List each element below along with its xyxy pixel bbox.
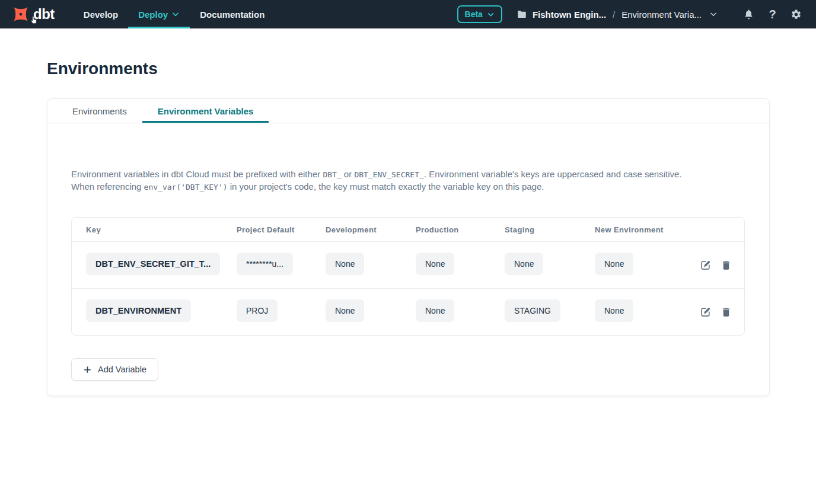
- project-default-pill[interactable]: ********u...: [237, 253, 293, 275]
- top-navbar: dbt Develop Deploy Documentation Beta F: [0, 0, 816, 28]
- edit-icon: [700, 260, 711, 271]
- new-environment-value-pill[interactable]: None: [595, 299, 633, 322]
- page-title: Environments: [47, 59, 769, 78]
- staging-value-pill[interactable]: None: [505, 253, 543, 275]
- notifications-button[interactable]: [741, 7, 757, 23]
- breadcrumb-page: Environment Varia...: [621, 9, 702, 20]
- code-env-var: env_var('DBT_KEY'): [144, 183, 228, 192]
- help-button[interactable]: ?: [764, 7, 780, 23]
- nav-item-documentation-label: Documentation: [200, 9, 264, 20]
- new-environment-value-pill[interactable]: None: [595, 253, 633, 275]
- column-header-staging: Staging: [505, 225, 595, 234]
- tab-environments-label: Environments: [72, 106, 127, 116]
- add-variable-button[interactable]: Add Variable: [71, 358, 158, 381]
- code-dbt-env-secret-prefix: DBT_ENV_SECRET_: [354, 170, 423, 179]
- production-value-pill[interactable]: None: [416, 299, 454, 322]
- project-default-pill[interactable]: PROJ: [237, 299, 278, 322]
- environments-card: Environments Environment Variables Envir…: [47, 98, 770, 396]
- tab-environment-variables-label: Environment Variables: [158, 106, 254, 116]
- staging-value-pill[interactable]: STAGING: [505, 299, 560, 322]
- main-content: Environments Environments Environment Va…: [0, 59, 816, 396]
- folder-icon: [517, 9, 527, 20]
- column-header-new-environment: New Environment: [595, 225, 699, 234]
- nav-item-documentation[interactable]: Documentation: [190, 0, 275, 28]
- table-header-row: Key Project Default Development Producti…: [72, 218, 744, 241]
- production-value-pill[interactable]: None: [416, 253, 454, 275]
- nav-item-deploy-label: Deploy: [138, 9, 168, 20]
- table-row: DBT_ENVIRONMENT PROJ None None STAGING N…: [72, 288, 744, 335]
- edit-icon: [700, 307, 711, 318]
- gear-icon: [791, 9, 802, 20]
- chevron-down-icon: [709, 10, 718, 18]
- edit-variable-button[interactable]: [699, 306, 711, 318]
- code-dbt-prefix: DBT_: [323, 170, 341, 179]
- description-segment: in your project's code, the key must mat…: [227, 181, 544, 192]
- dbt-logo-icon: [12, 5, 30, 23]
- breadcrumb-project: Fishtown Engin...: [533, 9, 606, 20]
- development-value-pill[interactable]: None: [326, 253, 364, 275]
- beta-dropdown[interactable]: Beta: [457, 5, 502, 23]
- nav-item-develop-label: Develop: [84, 9, 118, 20]
- mouse-cursor-icon: [28, 14, 39, 26]
- bell-icon: [743, 9, 754, 20]
- development-value-pill[interactable]: None: [326, 299, 364, 322]
- main-nav: Develop Deploy Documentation: [74, 0, 275, 28]
- column-header-development: Development: [326, 225, 416, 234]
- description-segment: or: [342, 169, 355, 179]
- tab-bar: Environments Environment Variables: [47, 99, 769, 123]
- add-variable-label: Add Variable: [98, 365, 146, 374]
- edit-variable-button[interactable]: [699, 259, 711, 271]
- nav-item-deploy[interactable]: Deploy: [128, 0, 190, 28]
- row-actions: [699, 306, 745, 318]
- plus-icon: [83, 365, 92, 374]
- column-header-key: Key: [86, 225, 237, 234]
- variable-key-pill[interactable]: DBT_ENVIRONMENT: [86, 299, 191, 322]
- column-header-production: Production: [416, 225, 505, 234]
- chevron-down-icon: [171, 10, 180, 18]
- environment-variables-table: Key Project Default Development Producti…: [71, 217, 745, 336]
- column-header-project-default: Project Default: [237, 225, 326, 234]
- tab-environments[interactable]: Environments: [57, 99, 142, 123]
- breadcrumb-separator: /: [611, 9, 616, 20]
- trash-icon: [721, 260, 732, 271]
- dbt-logo[interactable]: dbt: [0, 0, 65, 28]
- trash-icon: [721, 307, 732, 318]
- delete-variable-button[interactable]: [720, 306, 732, 318]
- row-actions: [699, 259, 745, 271]
- project-breadcrumb[interactable]: Fishtown Engin... / Environment Varia...: [517, 9, 718, 20]
- description-text: Environment variables in dbt Cloud must …: [71, 168, 688, 193]
- nav-item-develop[interactable]: Develop: [74, 0, 128, 28]
- variable-key-pill[interactable]: DBT_ENV_SECRET_GIT_T...: [86, 253, 220, 275]
- beta-label: Beta: [465, 9, 483, 19]
- settings-button[interactable]: [788, 7, 804, 23]
- question-mark-icon: ?: [769, 8, 776, 21]
- tab-environment-variables[interactable]: Environment Variables: [142, 99, 269, 123]
- description-segment: Environment variables in dbt Cloud must …: [71, 169, 323, 179]
- delete-variable-button[interactable]: [720, 259, 732, 271]
- card-body: Environment variables in dbt Cloud must …: [47, 123, 769, 381]
- chevron-down-icon: [487, 11, 495, 18]
- table-row: DBT_ENV_SECRET_GIT_T... ********u... Non…: [72, 241, 744, 288]
